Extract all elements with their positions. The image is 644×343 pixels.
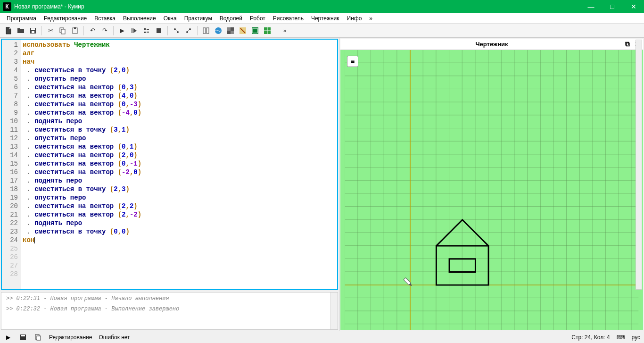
titlebar: К Новая программа* - Кумир — □ ✕	[0, 0, 644, 13]
code-line[interactable]: . сместиться в точку (2,3)	[23, 185, 335, 193]
code-line[interactable]: . сместиться на вектор (2,-2)	[23, 210, 335, 219]
code-line[interactable]: . сместиться в точку (2,0)	[23, 66, 335, 75]
statusbar: ▶ Редактирование Ошибок нет Стр: 24, Кол…	[0, 331, 644, 343]
actor-panel-title: Чертежник	[475, 41, 508, 48]
status-position: Стр: 24, Кол: 4	[571, 334, 610, 341]
minimize-button[interactable]: —	[580, 0, 602, 13]
actor-painter-button[interactable]	[237, 25, 248, 36]
menubar: ПрограммаРедактированиеВставкаВыполнение…	[0, 13, 644, 24]
cut-button[interactable]: ✂	[45, 25, 56, 36]
svg-rect-19	[227, 27, 231, 31]
maximize-button[interactable]: □	[602, 0, 623, 13]
svg-rect-16	[206, 28, 209, 33]
svg-rect-33	[37, 336, 41, 340]
status-run-icon[interactable]: ▶	[4, 333, 12, 342]
menu-item-5[interactable]: Практикум	[181, 14, 216, 23]
close-button[interactable]: ✕	[623, 0, 644, 13]
copy-button[interactable]	[57, 25, 68, 36]
toggle-button-2[interactable]	[183, 25, 194, 36]
menu-item-4[interactable]: Окна	[160, 14, 181, 23]
svg-rect-15	[203, 28, 206, 33]
menu-item-0[interactable]: Программа	[3, 14, 40, 23]
actor-drafter-button[interactable]	[249, 25, 261, 36]
status-copy-icon[interactable]	[34, 333, 42, 342]
undo-button[interactable]: ↶	[87, 25, 98, 36]
menu-item-2[interactable]: Вставка	[91, 14, 119, 23]
paste-button[interactable]	[69, 25, 81, 36]
output-log: >> 0:22:31 - Новая программа - Начало вы…	[1, 292, 338, 330]
status-lang: рус	[632, 334, 640, 341]
code-line[interactable]: . сместиться на вектор (-2,0)	[23, 168, 335, 176]
menu-item-6[interactable]: Водолей	[216, 14, 246, 23]
menu-item-7[interactable]: Робот	[246, 14, 269, 23]
menu-item-11[interactable]: »	[365, 14, 376, 23]
toggle-button-1[interactable]	[171, 25, 182, 36]
code-line[interactable]: использовать Чертежник	[23, 41, 335, 49]
run-button[interactable]: ▶	[116, 25, 128, 36]
window-title: Новая программа* - Кумир	[14, 3, 84, 10]
svg-rect-1	[31, 28, 35, 30]
code-line[interactable]: . опустить перо	[23, 193, 335, 202]
open-file-button[interactable]	[15, 25, 26, 36]
log-line: >> 0:22:31 - Новая программа - Начало вы…	[6, 295, 325, 302]
actor-robot-button[interactable]	[225, 25, 236, 36]
step-button[interactable]	[129, 25, 140, 36]
more-button[interactable]: »	[279, 25, 290, 36]
svg-rect-31	[21, 335, 25, 336]
stop-button[interactable]	[153, 25, 165, 36]
code-line[interactable]: . сместиться в точку (3,1)	[23, 125, 335, 134]
code-line[interactable]: нач	[23, 58, 335, 66]
menu-item-1[interactable]: Редактирование	[40, 14, 91, 23]
menu-item-3[interactable]: Выполнение	[119, 14, 160, 23]
app-icon: К	[3, 2, 11, 11]
menu-item-10[interactable]: Инфо	[343, 14, 366, 23]
code-line[interactable]: . сместиться в точку (0,0)	[23, 227, 335, 236]
code-area[interactable]: использовать Чертежникалгнач . сместитьс…	[21, 40, 337, 289]
svg-rect-6	[74, 27, 76, 29]
save-file-button[interactable]	[27, 25, 39, 36]
code-line[interactable]: . сместиться на вектор (4,0)	[23, 92, 335, 100]
svg-rect-10	[157, 28, 161, 33]
actor-water-button[interactable]	[213, 25, 224, 36]
line-gutter: 1234567891011121314151617181920212223242…	[2, 40, 21, 289]
redo-button[interactable]: ↷	[99, 25, 110, 36]
code-line[interactable]: . сместиться на вектор (0,3)	[23, 83, 335, 92]
actor-turtle-button[interactable]	[200, 25, 212, 36]
log-line: >> 0:22:32 - Новая программа - Выполнени…	[6, 306, 325, 312]
actor-grid-button[interactable]	[262, 25, 273, 36]
code-line[interactable]: кон	[23, 236, 335, 244]
editor-scrollbar[interactable]	[636, 40, 642, 290]
drafter-canvas[interactable]: ≡	[340, 50, 643, 330]
canvas-svg	[340, 50, 643, 330]
code-editor[interactable]: 1234567891011121314151617181920212223242…	[1, 39, 338, 290]
step-into-button[interactable]	[141, 25, 152, 36]
toolbar: ✂ ↶ ↷ ▶ »	[0, 24, 644, 38]
new-file-button[interactable]	[3, 25, 14, 36]
status-errors: Ошибок нет	[99, 334, 130, 341]
log-scrollbar[interactable]	[330, 293, 338, 329]
svg-rect-8	[144, 28, 146, 30]
svg-rect-2	[32, 31, 34, 33]
code-line[interactable]: . поднять перо	[23, 117, 335, 125]
code-line[interactable]: . поднять перо	[23, 176, 335, 185]
svg-rect-4	[61, 29, 65, 34]
svg-rect-26	[345, 50, 639, 330]
svg-rect-7	[132, 28, 132, 33]
menu-item-9[interactable]: Чертежник	[307, 14, 343, 23]
code-line[interactable]: . опустить перо	[23, 75, 335, 83]
canvas-menu-button[interactable]: ≡	[347, 56, 358, 67]
status-save-icon[interactable]	[19, 333, 27, 342]
code-line[interactable]: . поднять перо	[23, 219, 335, 227]
code-line[interactable]: . опустить перо	[23, 134, 335, 142]
code-line[interactable]: алг	[23, 49, 335, 58]
code-line[interactable]: . сместиться на вектор (-4,0)	[23, 109, 335, 117]
code-line[interactable]: . сместиться на вектор (0,-1)	[23, 159, 335, 168]
code-line[interactable]: . сместиться на вектор (0,1)	[23, 142, 335, 151]
code-line[interactable]: . сместиться на вектор (2,0)	[23, 151, 335, 159]
status-mode: Редактирование	[49, 334, 92, 341]
code-line[interactable]: . сместиться на вектор (2,2)	[23, 202, 335, 210]
actor-panel-header: Чертежник ⧉ ✕	[340, 39, 643, 50]
panel-popout-button[interactable]: ⧉	[625, 40, 630, 48]
menu-item-8[interactable]: Рисователь	[269, 14, 307, 23]
code-line[interactable]: . сместиться на вектор (0,-3)	[23, 100, 335, 109]
